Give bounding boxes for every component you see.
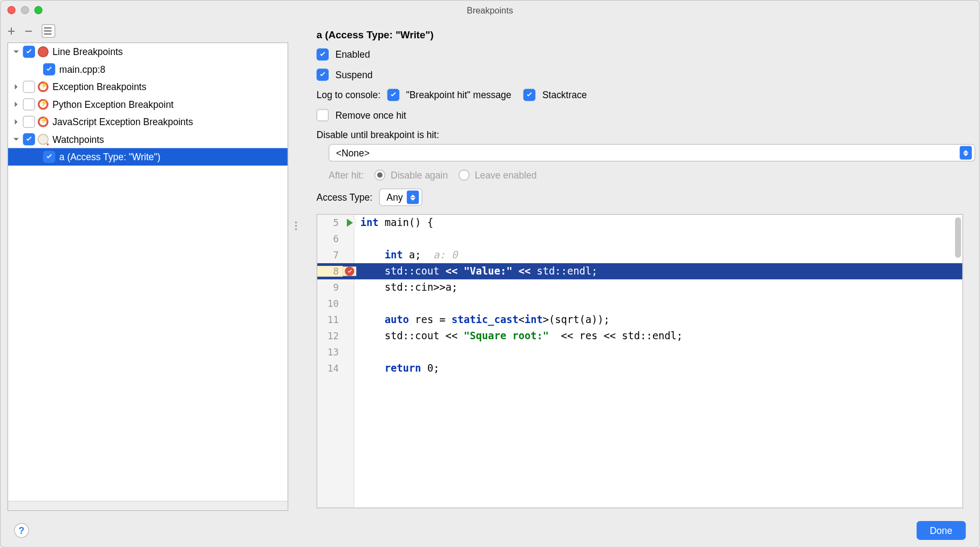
- remove-once-hit-checkbox[interactable]: [317, 109, 329, 121]
- line-number: 7: [317, 250, 343, 261]
- code-line[interactable]: 11 auto res = static_cast<int>(sqrt(a));: [317, 312, 963, 328]
- code-line[interactable]: 5int main() {: [317, 215, 963, 231]
- code-preview[interactable]: 5int main() {67 int a; a: 08 std::cout <…: [317, 214, 963, 508]
- disable-again-label: Disable again: [391, 169, 448, 180]
- line-number: 5: [317, 217, 343, 228]
- remove-label: Remove once hit: [336, 109, 406, 120]
- access-type-value: Any: [386, 192, 403, 203]
- breakpoint-tree[interactable]: Line Breakpointsmain.cpp:8Exception Brea…: [8, 43, 288, 166]
- access-type-select[interactable]: Any: [379, 188, 423, 206]
- line-number: 6: [317, 234, 343, 244]
- tree-item[interactable]: Watchpoints: [8, 131, 288, 148]
- enabled-checkbox[interactable]: [317, 49, 329, 60]
- run-icon: [346, 219, 352, 227]
- suspend-checkbox[interactable]: [317, 68, 329, 80]
- group-icon: [43, 25, 55, 37]
- code-line[interactable]: 14 return 0;: [317, 360, 963, 376]
- tree-item-label: Line Breakpoints: [52, 46, 122, 57]
- disable-until-label: Disable until breakpoint is hit:: [317, 129, 963, 140]
- stacktrace-checkbox[interactable]: [523, 89, 535, 101]
- code-text: int a; a: 0: [356, 249, 458, 261]
- line-number: 11: [317, 314, 343, 325]
- code-line[interactable]: 6: [317, 231, 963, 247]
- after-hit-row: After hit: Disable again Leave enabled: [329, 169, 963, 180]
- group-by-button[interactable]: [42, 24, 56, 38]
- tree-item-checkbox[interactable]: [23, 81, 35, 93]
- horizontal-scrollbar[interactable]: [8, 501, 288, 510]
- tree-item-checkbox[interactable]: [23, 133, 35, 145]
- chevron-right-icon[interactable]: [12, 118, 20, 126]
- code-line[interactable]: 13: [317, 344, 963, 360]
- tree-toolbar: + −: [1, 19, 291, 42]
- enabled-row: Enabled: [317, 49, 963, 60]
- suspend-label: Suspend: [336, 70, 373, 80]
- svg-rect-2: [44, 33, 52, 35]
- tree-item-label: a (Access Type: "Write"): [59, 152, 161, 162]
- code-text: auto res = static_cast<int>(sqrt(a));: [356, 314, 610, 326]
- exception-breakpoint-icon: [38, 81, 49, 92]
- disable-again-radio[interactable]: [375, 169, 385, 180]
- exception-breakpoint-icon: [38, 99, 49, 109]
- add-breakpoint-button[interactable]: +: [8, 24, 16, 38]
- window-title: Breakpoints: [1, 5, 979, 15]
- code-text: std::cout << "Square root:" << res << st…: [356, 330, 683, 342]
- tree-item-checkbox[interactable]: [23, 98, 35, 110]
- code-line[interactable]: 7 int a; a: 0: [317, 247, 963, 263]
- chevron-down-icon[interactable]: [12, 135, 20, 143]
- tree-item[interactable]: JavaScript Exception Breakpoints: [8, 113, 288, 131]
- tree-item-checkbox[interactable]: [23, 46, 35, 58]
- help-button[interactable]: ?: [14, 523, 29, 538]
- line-number: 14: [317, 363, 343, 374]
- bp-hit-label: "Breakpoint hit" message: [406, 90, 512, 100]
- breakpoint-gutter-icon[interactable]: [345, 266, 354, 276]
- code-line[interactable]: 10: [317, 296, 963, 312]
- code-line[interactable]: 12 std::cout << "Square root:" << res <<…: [317, 328, 963, 344]
- tree-item-checkbox[interactable]: [43, 63, 55, 75]
- tree-item[interactable]: Exception Breakpoints: [8, 78, 288, 95]
- stacktrace-label: Stacktrace: [542, 90, 587, 100]
- bp-hit-checkbox[interactable]: [387, 89, 399, 101]
- tree-item-label: Python Exception Breakpoint: [52, 99, 173, 109]
- detail-pane: a (Access Type: "Write") Enabled Suspend…: [301, 19, 979, 513]
- chevron-down-icon[interactable]: [12, 48, 20, 56]
- titlebar: Breakpoints: [1, 1, 979, 19]
- vertical-scrollbar[interactable]: [955, 217, 961, 258]
- code-text: std::cout << "Value:" << std::endl;: [356, 265, 597, 277]
- left-pane: + − Line Breakpointsmain.cpp:8Exception …: [1, 19, 291, 513]
- svg-rect-1: [44, 30, 52, 32]
- leave-enabled-radio[interactable]: [459, 169, 469, 180]
- tree-item[interactable]: Line Breakpoints: [8, 43, 288, 60]
- code-line[interactable]: 9 std::cin>>a;: [317, 279, 963, 296]
- line-number: 8: [317, 266, 343, 277]
- svg-rect-0: [44, 27, 52, 29]
- splitter-handle[interactable]: [291, 19, 300, 513]
- remove-breakpoint-button[interactable]: −: [25, 24, 33, 38]
- tree-item-checkbox[interactable]: [23, 116, 35, 128]
- select-stepper-icon: [959, 146, 971, 160]
- access-type-row: Access Type: Any: [317, 188, 963, 206]
- line-number: 10: [317, 298, 343, 309]
- tree-item-label: Exception Breakpoints: [52, 81, 146, 92]
- chevron-right-icon[interactable]: [12, 83, 20, 91]
- code-text: return 0;: [356, 362, 439, 374]
- tree-item-label: Watchpoints: [52, 134, 104, 145]
- chevron-right-icon[interactable]: [12, 100, 20, 108]
- code-line[interactable]: 8 std::cout << "Value:" << std::endl;: [317, 263, 963, 279]
- code-text: std::cin>>a;: [356, 282, 458, 293]
- after-hit-label: After hit:: [329, 169, 364, 180]
- watchpoint-icon: [38, 134, 49, 145]
- line-number: 9: [317, 282, 343, 293]
- select-stepper-icon: [407, 190, 419, 204]
- disable-until-select[interactable]: <None>: [329, 144, 975, 161]
- done-button[interactable]: Done: [916, 521, 966, 540]
- content: + − Line Breakpointsmain.cpp:8Exception …: [1, 19, 979, 547]
- tree-item[interactable]: main.cpp:8: [8, 60, 288, 78]
- tree-item[interactable]: a (Access Type: "Write"): [8, 148, 288, 166]
- tree-item-checkbox[interactable]: [43, 151, 55, 163]
- tree-item[interactable]: Python Exception Breakpoint: [8, 95, 288, 113]
- tree-item-label: JavaScript Exception Breakpoints: [52, 117, 193, 127]
- line-number: 12: [317, 331, 343, 341]
- breakpoints-window: Breakpoints + − Line Breakpointsmain.cpp…: [0, 0, 980, 548]
- remove-row: Remove once hit: [317, 109, 963, 121]
- tree-item-label: main.cpp:8: [59, 64, 105, 75]
